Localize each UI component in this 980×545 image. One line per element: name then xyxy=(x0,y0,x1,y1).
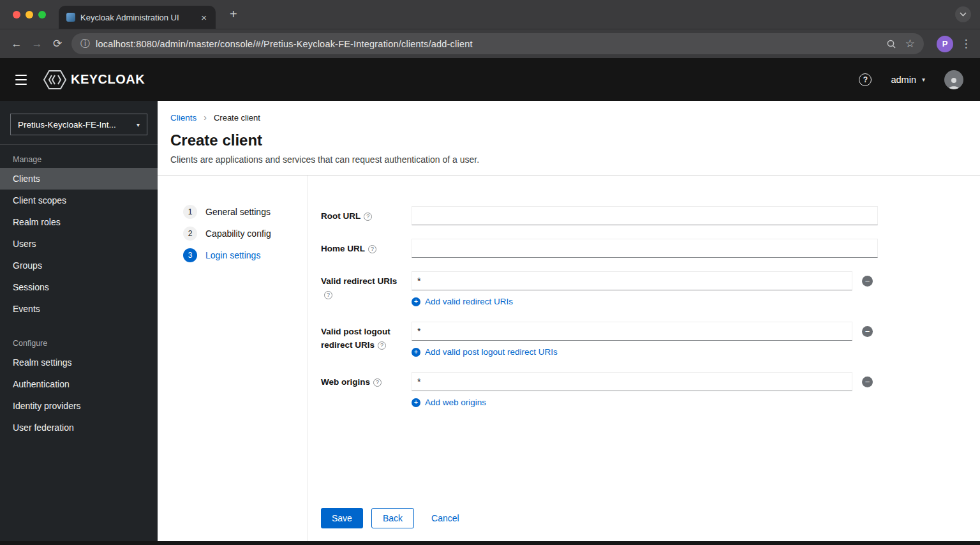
wizard-step-capability-config[interactable]: 2 Capability config xyxy=(183,227,308,241)
post-logout-redirect-uris-help-icon[interactable]: ? xyxy=(378,341,386,350)
user-menu-dropdown[interactable]: admin ▾ xyxy=(891,75,925,85)
form-row-post-logout-redirect-uris: Valid post logout redirect URIs? − + Add… xyxy=(321,322,878,357)
add-link-label: Add valid redirect URIs xyxy=(425,297,513,306)
caret-down-icon: ▾ xyxy=(137,121,140,128)
sidebar-item-client-scopes[interactable]: Client scopes xyxy=(0,190,158,211)
browser-reload-button[interactable]: ⟳ xyxy=(47,37,68,50)
tab-title: Keycloak Administration UI xyxy=(80,13,193,22)
wizard-steps-nav: 1 General settings 2 Capability config 3… xyxy=(158,175,308,541)
sidebar-item-authentication[interactable]: Authentication xyxy=(0,373,158,395)
keycloak-brand: KEYCLOAK xyxy=(43,70,145,89)
browser-forward-button[interactable]: → xyxy=(27,38,47,50)
add-valid-redirect-uris-link[interactable]: + Add valid redirect URIs xyxy=(412,297,878,306)
root-url-label: Root URL xyxy=(321,211,360,221)
remove-web-origin-icon[interactable]: − xyxy=(862,377,873,387)
valid-redirect-uris-help-icon[interactable]: ? xyxy=(324,291,332,299)
page-description: Clients are applications and services th… xyxy=(170,154,965,165)
valid-redirect-uris-label: Valid redirect URIs xyxy=(321,276,397,286)
zoom-indicator-icon[interactable] xyxy=(886,39,896,49)
step-number: 1 xyxy=(183,205,197,219)
breadcrumb-separator-icon: › xyxy=(204,112,207,123)
app-masthead: KEYCLOAK ? admin ▾ xyxy=(0,58,980,101)
browser-profile-avatar[interactable]: P xyxy=(937,36,953,52)
form-row-home-url: Home URL? xyxy=(321,239,878,258)
root-url-help-icon[interactable]: ? xyxy=(364,213,372,221)
realm-selector-label: Pretius-Keycloak-FE-Int... xyxy=(18,120,116,130)
page-header: Clients › Create client Create client Cl… xyxy=(158,101,980,175)
nav-toggle-button[interactable] xyxy=(14,72,28,87)
browser-menu-button[interactable]: ⋮ xyxy=(958,37,974,50)
create-client-wizard: 1 General settings 2 Capability config 3… xyxy=(158,175,980,541)
form-row-root-url: Root URL? xyxy=(321,206,878,225)
sidebar-item-realm-roles[interactable]: Realm roles xyxy=(0,211,158,233)
sidebar-item-users[interactable]: Users xyxy=(0,233,158,255)
add-post-logout-redirect-uris-link[interactable]: + Add valid post logout redirect URIs xyxy=(412,347,878,357)
realm-selector-dropdown[interactable]: Pretius-Keycloak-FE-Int... ▾ xyxy=(10,114,147,135)
url-text[interactable]: localhost:8080/admin/master/console/#/Pr… xyxy=(96,39,880,49)
web-origins-input[interactable] xyxy=(412,372,852,391)
user-avatar[interactable] xyxy=(944,70,963,89)
sidebar-item-events[interactable]: Events xyxy=(0,298,158,320)
person-icon xyxy=(947,75,961,89)
home-url-input[interactable] xyxy=(412,239,878,258)
sidebar: Pretius-Keycloak-FE-Int... ▾ Manage Clie… xyxy=(0,101,158,541)
sidebar-item-user-federation[interactable]: User federation xyxy=(0,417,158,438)
remove-post-logout-uri-icon[interactable]: − xyxy=(862,326,873,337)
caret-down-icon: ▾ xyxy=(922,76,925,83)
new-tab-button[interactable]: + xyxy=(225,6,242,23)
web-origins-help-icon[interactable]: ? xyxy=(373,378,382,387)
tab-favicon-icon xyxy=(66,13,75,22)
wizard-footer: Save Back Cancel xyxy=(321,508,878,541)
home-url-label: Home URL xyxy=(321,244,365,253)
plus-circle-icon: + xyxy=(412,348,420,357)
browser-tab-active[interactable]: Keycloak Administration UI × xyxy=(59,6,216,29)
cancel-button[interactable]: Cancel xyxy=(425,508,466,528)
nav-group-manage: Manage xyxy=(0,145,158,168)
breadcrumb-current: Create client xyxy=(214,113,260,123)
browser-toolbar: ← → ⟳ ⓘ localhost:8080/admin/master/cons… xyxy=(0,29,980,58)
nav-group-configure: Configure xyxy=(0,320,158,352)
browser-tab-strip: Keycloak Administration UI × + xyxy=(0,0,980,29)
window-close-button[interactable] xyxy=(13,11,20,19)
wizard-step-login-settings[interactable]: 3 Login settings xyxy=(183,248,308,262)
breadcrumb-clients-link[interactable]: Clients xyxy=(170,113,197,123)
form-row-valid-redirect-uris: Valid redirect URIs? − + Add valid redir… xyxy=(321,271,878,306)
login-settings-form: Root URL? Home URL? xyxy=(308,175,980,541)
site-info-icon[interactable]: ⓘ xyxy=(80,38,90,50)
page-title: Create client xyxy=(170,131,965,149)
add-link-label: Add valid post logout redirect URIs xyxy=(425,347,558,357)
step-label: Capability config xyxy=(205,228,271,239)
user-menu-label: admin xyxy=(891,75,916,85)
window-minimize-button[interactable] xyxy=(26,11,33,19)
home-url-help-icon[interactable]: ? xyxy=(368,245,376,253)
window-controls xyxy=(0,11,59,19)
address-bar[interactable]: ⓘ localhost:8080/admin/master/console/#/… xyxy=(71,33,924,54)
save-button[interactable]: Save xyxy=(321,508,363,528)
sidebar-item-identity-providers[interactable]: Identity providers xyxy=(0,395,158,417)
valid-redirect-uris-input[interactable] xyxy=(412,271,852,290)
main-content: Clients › Create client Create client Cl… xyxy=(158,101,980,541)
browser-window: Keycloak Administration UI × + ← → ⟳ ⓘ l… xyxy=(0,0,980,545)
sidebar-item-clients[interactable]: Clients xyxy=(0,168,158,190)
keycloak-logo-icon xyxy=(43,70,66,89)
tab-search-button[interactable] xyxy=(955,6,971,22)
root-url-input[interactable] xyxy=(412,206,878,225)
form-row-web-origins: Web origins? − + Add web origins xyxy=(321,372,878,407)
wizard-step-general-settings[interactable]: 1 General settings xyxy=(183,205,308,219)
step-number: 2 xyxy=(183,227,197,241)
step-label: General settings xyxy=(205,207,271,217)
window-bottom-edge xyxy=(0,541,980,545)
add-web-origins-link[interactable]: + Add web origins xyxy=(412,398,878,407)
web-origins-label: Web origins xyxy=(321,377,370,387)
sidebar-item-realm-settings[interactable]: Realm settings xyxy=(0,352,158,373)
remove-redirect-uri-icon[interactable]: − xyxy=(862,276,873,287)
back-button[interactable]: Back xyxy=(371,508,414,528)
help-button[interactable]: ? xyxy=(859,73,872,86)
bookmark-star-icon[interactable]: ☆ xyxy=(905,37,915,50)
tab-close-icon[interactable]: × xyxy=(198,11,209,24)
window-zoom-button[interactable] xyxy=(38,11,46,19)
browser-back-button[interactable]: ← xyxy=(6,38,27,50)
sidebar-item-sessions[interactable]: Sessions xyxy=(0,276,158,298)
post-logout-redirect-uris-input[interactable] xyxy=(412,322,852,341)
sidebar-item-groups[interactable]: Groups xyxy=(0,255,158,276)
